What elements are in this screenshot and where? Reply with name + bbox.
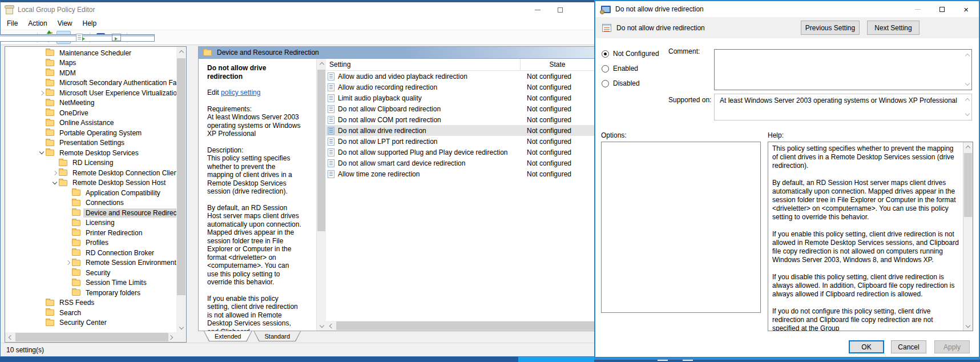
- tree-item[interactable]: Portable Operating System: [5, 128, 176, 138]
- comment-input[interactable]: [714, 49, 972, 90]
- tree-item[interactable]: OneDrive: [5, 108, 176, 118]
- tree-item[interactable]: Presentation Settings: [5, 138, 176, 148]
- folder-icon: [72, 190, 80, 196]
- scrollbar-thumb[interactable]: [964, 153, 972, 217]
- tree-item[interactable]: Remote Desktop Services: [5, 148, 176, 158]
- scroll-left-icon[interactable]: [5, 332, 15, 342]
- radio-not-configured[interactable]: Not Configured: [602, 50, 659, 58]
- edit-policy-setting-link[interactable]: policy setting: [221, 89, 260, 96]
- scrollbar-thumb[interactable]: [15, 333, 168, 341]
- radio-icon[interactable]: [602, 65, 609, 73]
- scroll-down-icon[interactable]: [317, 321, 326, 331]
- tree-item[interactable]: Profiles: [5, 238, 176, 248]
- menu-file[interactable]: File: [2, 19, 23, 27]
- tree-item[interactable]: Search: [5, 308, 176, 318]
- taskbar-active-app-highlight[interactable]: [518, 356, 594, 362]
- ok-button[interactable]: OK: [849, 340, 884, 353]
- close-icon[interactable]: ×: [963, 5, 969, 14]
- chevron-down-icon[interactable]: [50, 182, 59, 184]
- tree-item[interactable]: Remote Desktop Session Host: [5, 178, 176, 188]
- tree-item[interactable]: RD Connection Broker: [5, 248, 176, 258]
- settings-row[interactable]: Do not allow LPT port redirectionNot con…: [326, 136, 594, 147]
- scroll-up-icon[interactable]: [176, 47, 186, 57]
- scroll-up-icon[interactable]: [317, 59, 326, 69]
- scrollbar-thumb[interactable]: [317, 70, 325, 231]
- chevron-right-icon[interactable]: [50, 171, 59, 175]
- tree-item[interactable]: MDM: [5, 68, 176, 78]
- tree-item[interactable]: Maps: [5, 58, 176, 69]
- settings-row[interactable]: Do not allow Clipboard redirectionNot co…: [326, 103, 594, 114]
- tree-item[interactable]: Application Compatibility: [5, 188, 176, 198]
- scroll-down-icon[interactable]: [966, 79, 969, 87]
- maximize-button[interactable]: [939, 7, 945, 12]
- menu-help[interactable]: Help: [78, 19, 102, 27]
- radio-disabled[interactable]: Disabled: [602, 79, 640, 87]
- tree-item[interactable]: Maintenance Scheduler: [5, 48, 176, 58]
- menu-view[interactable]: View: [53, 19, 78, 27]
- show-console-tree-icon[interactable]: [57, 31, 71, 44]
- apply-button-disabled[interactable]: Apply: [934, 340, 970, 353]
- radio-selected-icon[interactable]: [602, 50, 609, 58]
- settings-row[interactable]: Do not allow smart card device redirecti…: [326, 158, 594, 168]
- description-vertical-scrollbar[interactable]: [316, 59, 326, 331]
- column-header-setting[interactable]: Setting: [326, 61, 520, 69]
- scrollbar-thumb[interactable]: [177, 58, 185, 295]
- scroll-down-icon[interactable]: [966, 109, 969, 117]
- tree-item[interactable]: Temporary folders: [5, 288, 176, 298]
- tab-extended[interactable]: Extended: [204, 331, 251, 341]
- settings-row[interactable]: Allow audio and video playback redirecti…: [326, 71, 594, 82]
- tree-item[interactable]: Session Time Limits: [5, 278, 176, 288]
- list-horizontal-scrollbar[interactable]: [326, 321, 594, 331]
- radio-enabled[interactable]: Enabled: [602, 65, 638, 73]
- settings-row-selected[interactable]: Do not allow drive redirectionNot config…: [326, 125, 594, 136]
- tree-item[interactable]: Remote Session Environment: [5, 258, 176, 268]
- list-header[interactable]: Setting State: [326, 59, 594, 71]
- maximize-button[interactable]: [558, 7, 563, 13]
- settings-row[interactable]: Do not allow COM port redirectionNot con…: [326, 114, 594, 125]
- dialog-title-bar[interactable]: Do not allow drive redirection ×: [595, 1, 979, 17]
- settings-row[interactable]: Allow time zone redirectionNot configure…: [326, 168, 594, 179]
- radio-icon[interactable]: [602, 80, 609, 87]
- pane-header-title: Device and Resource Redirection: [217, 49, 319, 57]
- tree-item[interactable]: Security Center: [5, 318, 176, 328]
- tree-item[interactable]: Microsoft Secondary Authentication Facto…: [5, 78, 176, 89]
- menu-action[interactable]: Action: [23, 19, 52, 27]
- settings-row[interactable]: Allow audio recording redirectionNot con…: [326, 82, 594, 92]
- tree-item[interactable]: Security: [5, 268, 176, 278]
- previous-setting-button[interactable]: Previous Setting: [801, 21, 860, 35]
- title-bar[interactable]: Local Group Policy Editor: [1, 2, 595, 17]
- tree-item[interactable]: RSS Feeds: [5, 298, 176, 308]
- tree-horizontal-scrollbar[interactable]: [5, 332, 176, 342]
- next-setting-button[interactable]: Next Setting: [867, 21, 919, 35]
- scrollbar-thumb[interactable]: [336, 321, 594, 330]
- scroll-up-icon[interactable]: [966, 51, 969, 59]
- settings-row[interactable]: Do not allow supported Plug and Play dev…: [326, 147, 594, 158]
- chevron-right-icon[interactable]: [63, 261, 72, 264]
- tree-item[interactable]: NetMeeting: [5, 98, 176, 108]
- tree-item[interactable]: Licensing: [5, 218, 176, 228]
- tab-standard[interactable]: Standard: [254, 331, 300, 341]
- description-paragraph: This policy setting specifies whether to…: [207, 154, 301, 196]
- column-header-state[interactable]: State: [520, 59, 594, 70]
- tree-item-selected[interactable]: Device and Resource Redirection: [5, 208, 176, 218]
- tree-item[interactable]: Printer Redirection: [5, 228, 176, 238]
- cancel-button[interactable]: Cancel: [891, 340, 926, 353]
- scroll-up-icon[interactable]: [966, 96, 969, 104]
- tree-item[interactable]: Remote Desktop Connection Client: [5, 168, 176, 178]
- scroll-right-icon[interactable]: [167, 332, 176, 342]
- chevron-right-icon[interactable]: [37, 91, 46, 95]
- scroll-up-icon[interactable]: [963, 142, 973, 152]
- tree-item[interactable]: RD Licensing: [5, 158, 176, 168]
- scroll-left-icon[interactable]: [326, 321, 336, 331]
- scroll-down-icon[interactable]: [176, 323, 186, 332]
- scroll-down-icon[interactable]: [963, 321, 973, 331]
- chevron-down-icon[interactable]: [37, 152, 46, 154]
- list-empty-area: [326, 179, 594, 321]
- settings-row[interactable]: Limit audio playback qualityNot configur…: [326, 92, 594, 103]
- help-vertical-scrollbar[interactable]: [963, 142, 973, 331]
- tree-item[interactable]: Online Assistance: [5, 118, 176, 128]
- tree-item[interactable]: Connections: [5, 198, 176, 208]
- tree-vertical-scrollbar[interactable]: [176, 47, 186, 332]
- tree-item[interactable]: Microsoft User Experience Virtualization: [5, 88, 176, 98]
- minimize-button[interactable]: [535, 10, 541, 10]
